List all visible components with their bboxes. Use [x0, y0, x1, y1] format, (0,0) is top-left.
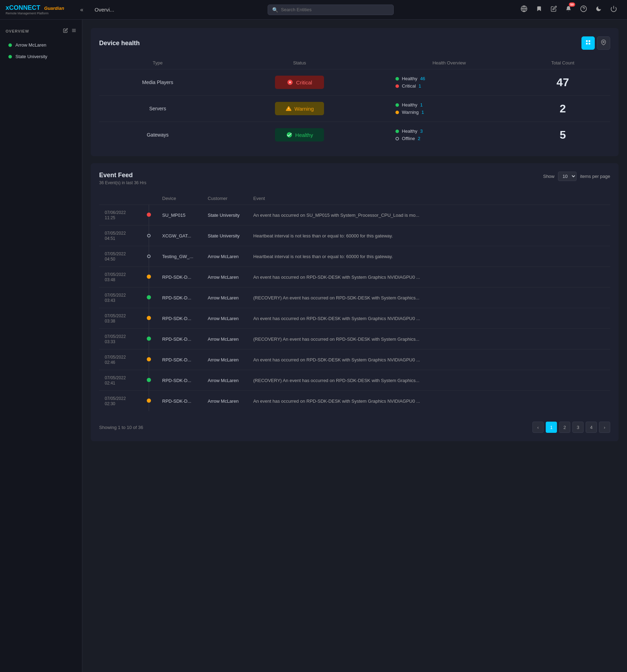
status-badge: Warning [275, 102, 324, 115]
event-feed-card: Event Feed 36 Event(s) in last 36 Hrs Sh… [91, 163, 619, 441]
col-type: Type [99, 57, 216, 69]
topnav: xCONNECT Guardian Remote Management Plat… [0, 0, 627, 20]
health-type-cell: Servers [99, 96, 216, 122]
page-next-button[interactable]: › [599, 422, 610, 433]
health-dot [395, 137, 399, 140]
event-timestamp: 07/05/202202:46 [99, 349, 141, 370]
event-customer: Arrow McLaren [202, 308, 248, 329]
event-table-row: 07/05/202203:48RPD-SDK-D...Arrow McLaren… [99, 267, 610, 287]
health-overview-row: Healthy46 [395, 76, 425, 81]
health-count-link[interactable]: 1 [419, 83, 421, 89]
event-table-row: 07/05/202202:41RPD-SDK-D...Arrow McLaren… [99, 370, 610, 391]
health-label: Healthy [402, 76, 417, 81]
pagination-row: Showing 1 to 10 of 36 ‹ 1 2 3 4 › [99, 418, 610, 433]
notifications-button[interactable]: 50 [564, 4, 573, 15]
logo-title: xCONNECT Guardian [6, 4, 64, 12]
event-device: RPD-SDK-D... [157, 370, 202, 391]
page-2-button[interactable]: 2 [559, 422, 570, 433]
event-device: SU_MP015 [157, 205, 202, 226]
event-customer: Arrow McLaren [202, 287, 248, 308]
col-device: Device [157, 192, 202, 205]
event-dot-col [141, 391, 157, 411]
event-status-dot [147, 213, 151, 217]
timestamp-text: 07/05/202203:38 [105, 313, 126, 324]
svg-rect-11 [588, 43, 590, 44]
globe-button[interactable] [519, 4, 529, 15]
sidebar-collapse-button[interactable]: « [77, 5, 86, 14]
event-customer: Arrow McLaren [202, 267, 248, 287]
edit-button[interactable] [549, 4, 558, 15]
event-table-row: 07/06/202211:25SU_MP015State UniversityA… [99, 205, 610, 226]
timestamp-text: 07/05/202203:43 [105, 293, 126, 303]
event-table-row: 07/05/202203:43RPD-SDK-D...Arrow McLaren… [99, 287, 610, 308]
health-count-link[interactable]: 1 [421, 110, 424, 115]
health-type-cell: Media Players [99, 69, 216, 96]
event-feed-subtitle: 36 Event(s) in last 36 Hrs [99, 180, 146, 185]
health-label: Offline [402, 136, 415, 141]
sidebar-section-header: OVERVIEW [0, 25, 82, 37]
event-timestamp: 07/05/202202:41 [99, 370, 141, 391]
event-status-dot [147, 295, 151, 299]
sidebar-item-state-university[interactable]: State University [3, 51, 79, 62]
col-timestamp [99, 192, 141, 205]
health-label: Critical [402, 83, 416, 89]
event-description: An event has occurred on RPD-SDK-DESK wi… [248, 308, 610, 329]
page-prev-button[interactable]: ‹ [532, 422, 544, 433]
health-overview-cell: Healthy46Critical1 [383, 69, 515, 96]
health-overview-row: Warning1 [395, 110, 424, 115]
health-dot [395, 130, 399, 133]
event-controls: Show 10 25 50 items per page [543, 172, 610, 181]
event-status-dot [147, 337, 151, 341]
col-total-count: Total Count [515, 57, 610, 69]
darkmode-button[interactable] [594, 4, 603, 15]
bookmark-button[interactable] [535, 4, 544, 15]
search-input[interactable] [281, 7, 389, 12]
page-1-button[interactable]: 1 [546, 422, 557, 433]
device-health-table: Type Status Health Overview Total Count … [99, 57, 610, 148]
event-description: An event has occurred on RPD-SDK-DESK wi… [248, 391, 610, 411]
sidebar-label-arrow-mclaren: Arrow McLaren [15, 42, 46, 48]
power-button[interactable] [609, 4, 619, 15]
show-label: Show [543, 174, 554, 179]
event-timestamp: 07/05/202204:50 [99, 246, 141, 267]
page-3-button[interactable]: 3 [572, 422, 584, 433]
page-4-button[interactable]: 4 [586, 422, 597, 433]
event-device: RPD-SDK-D... [157, 267, 202, 287]
event-feed-title: Event Feed [99, 172, 146, 179]
col-event: Event [248, 192, 610, 205]
health-label: Warning [402, 110, 419, 115]
health-count-link[interactable]: 2 [418, 136, 420, 141]
event-device: RPD-SDK-D... [157, 391, 202, 411]
health-dot [395, 103, 399, 107]
device-health-card: Device health Type Status Health Overvie… [91, 28, 619, 156]
sidebar-edit-button[interactable] [63, 28, 68, 34]
map-view-button[interactable] [597, 36, 610, 50]
sidebar: OVERVIEW Arrow McLaren State University [0, 20, 82, 672]
sidebar-menu-button[interactable] [71, 28, 76, 34]
health-total-cell: 2 [515, 96, 610, 122]
grid-view-button[interactable] [581, 36, 595, 50]
device-health-title: Device health [99, 40, 140, 47]
logo-tagline: Remote Management Platform [6, 12, 64, 15]
health-total-cell: 5 [515, 122, 610, 148]
per-page-select[interactable]: 10 25 50 [558, 172, 577, 181]
search-area: 🔍 [142, 5, 519, 15]
health-status-cell: Critical [216, 69, 383, 96]
event-timestamp: 07/05/202202:30 [99, 391, 141, 411]
event-description: An event has occurred on RPD-SDK-DESK wi… [248, 349, 610, 370]
search-box[interactable]: 🔍 [268, 5, 394, 15]
logo-guardian: Guardian [44, 6, 64, 11]
main-content: Device health Type Status Health Overvie… [82, 20, 627, 672]
help-button[interactable] [579, 4, 588, 15]
health-count-link[interactable]: 3 [420, 129, 422, 134]
health-table-row: Media PlayersCriticalHealthy46Critical14… [99, 69, 610, 96]
sidebar-item-arrow-mclaren[interactable]: Arrow McLaren [3, 40, 79, 50]
event-description: An event has occurred on SU_MP015 with S… [248, 205, 610, 226]
health-count-link[interactable]: 1 [420, 102, 422, 108]
health-overview-row: Critical1 [395, 83, 421, 89]
event-dot-col [141, 205, 157, 226]
health-type-cell: Gateways [99, 122, 216, 148]
health-count-link[interactable]: 46 [420, 76, 425, 81]
event-customer: Arrow McLaren [202, 329, 248, 349]
health-dot [395, 77, 399, 81]
